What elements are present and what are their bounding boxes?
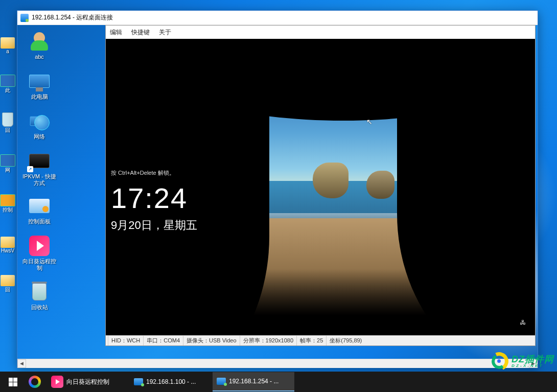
rock-icon: [313, 163, 349, 198]
globe-icon: [34, 115, 50, 130]
rdp-body: abc 此电脑 网络 ↗ IPKVM - 快捷方式 控制面板 向日葵远程控制: [17, 25, 538, 359]
taskbar-rdp-2[interactable]: 192.168.1.254 - ...: [213, 372, 294, 391]
watermark-text: DZ插件网: [512, 354, 554, 364]
desktop-icon-abc[interactable]: abc: [20, 28, 58, 68]
user-body-icon: [31, 40, 48, 51]
kvm-video-canvas[interactable]: ↖ 🖧 按 Ctrl+Alt+Delete 解锁。 17:24 9月20日，星期…: [106, 39, 535, 335]
scroll-left-icon[interactable]: ◀: [17, 359, 26, 368]
rdp-icon: [134, 378, 143, 385]
watermark-subtext: D Z - X . N E T: [512, 364, 554, 368]
host-icon-folder2[interactable]: HwsV: [0, 215, 15, 255]
horizontal-scrollbar[interactable]: ◀ ▶: [17, 359, 538, 367]
control-panel-icon: [29, 199, 50, 213]
browser-icon: [29, 376, 41, 388]
windows-logo-icon: [9, 378, 17, 386]
rdp-icon: [20, 14, 29, 22]
desktop-icon-thispc[interactable]: 此电脑: [20, 68, 58, 108]
monitor-icon: [29, 75, 50, 88]
host-icon-folder[interactable]: a: [0, 15, 15, 55]
watermark: DZ插件网 D Z - X . N E T: [490, 352, 554, 371]
status-hid: HID：WCH: [108, 336, 144, 345]
rock-icon: [366, 171, 394, 199]
app-menubar: 编辑 快捷键 关于: [106, 26, 535, 39]
shortcut-arrow-icon: ↗: [27, 166, 33, 172]
start-button[interactable]: [3, 372, 22, 391]
host-icon-network[interactable]: 网: [0, 135, 15, 175]
taskbar-sunlogin[interactable]: 向日葵远程控制: [47, 372, 129, 391]
rdp-icon: [217, 378, 226, 385]
watermark-logo-icon: [490, 352, 508, 371]
remote-desktop-icons: abc 此电脑 网络 ↗ IPKVM - 快捷方式 控制面板 向日葵远程控制: [20, 28, 58, 318]
remote-cursor-icon: ↖: [366, 118, 373, 126]
status-coords: 坐标(795,89): [327, 336, 365, 345]
rdp-titlebar[interactable]: 192.168.1.254 - 远程桌面连接: [17, 11, 538, 25]
status-serial: 串口：COM4: [144, 336, 183, 345]
host-icon-folder3[interactable]: 回: [0, 255, 15, 294]
lockscreen-text: 按 Ctrl+Alt+Delete 解锁。 17:24 9月20日，星期五: [111, 169, 197, 233]
status-camera: 摄像头：USB Video: [183, 336, 240, 345]
unlock-hint: 按 Ctrl+Alt+Delete 解锁。: [111, 169, 197, 177]
ipkvm-app-window: 编辑 快捷键 关于: [105, 25, 536, 346]
rdp-window: 192.168.1.254 - 远程桌面连接 abc 此电脑 网络 ↗ IPKV…: [17, 10, 538, 368]
sunlogin-icon: [51, 376, 63, 388]
desktop-icon-control-panel[interactable]: 控制面板: [20, 193, 58, 233]
desktop-icon-ipkvm[interactable]: ↗ IPKVM - 快捷方式: [20, 148, 58, 193]
menu-edit[interactable]: 编辑: [110, 28, 122, 37]
host-icon-control[interactable]: 控制: [0, 175, 15, 215]
desktop-icon-network[interactable]: 网络: [20, 108, 58, 148]
desktop-icon-sunlogin[interactable]: 向日葵远程控制: [20, 233, 58, 279]
clock-date: 9月20日，星期五: [111, 218, 197, 233]
clock-time: 17:24: [111, 184, 197, 213]
menu-about[interactable]: 关于: [159, 28, 171, 37]
status-fps: 帧率：25: [297, 336, 327, 345]
status-resolution: 分辨率：1920x1080: [240, 336, 297, 345]
taskbar-browser[interactable]: [24, 372, 46, 391]
app-statusbar: HID：WCH 串口：COM4 摄像头：USB Video 分辨率：1920x1…: [106, 335, 535, 345]
lockscreen-scene: ↖ 🖧: [152, 70, 535, 335]
network-status-icon: 🖧: [520, 319, 526, 326]
rdp-title-text: 192.168.1.254 - 远程桌面连接: [32, 13, 113, 22]
recycle-bin-icon: [32, 283, 47, 301]
scroll-track[interactable]: [26, 359, 529, 368]
host-desktop-icons-left: a 此 回 网 控制 HwsV 回: [0, 15, 15, 294]
taskbar-rdp-1[interactable]: 192.168.1.100 - ...: [130, 372, 212, 391]
host-icon-recycle[interactable]: 回: [0, 95, 15, 135]
menu-shortcut[interactable]: 快捷键: [131, 28, 150, 37]
host-taskbar: 向日葵远程控制 192.168.1.100 - ... 192.168.1.25…: [0, 372, 557, 392]
sunlogin-icon: [29, 236, 50, 256]
desktop-icon-recycle-bin[interactable]: 回收站: [20, 279, 58, 318]
host-icon-thispc[interactable]: 此: [0, 55, 15, 95]
